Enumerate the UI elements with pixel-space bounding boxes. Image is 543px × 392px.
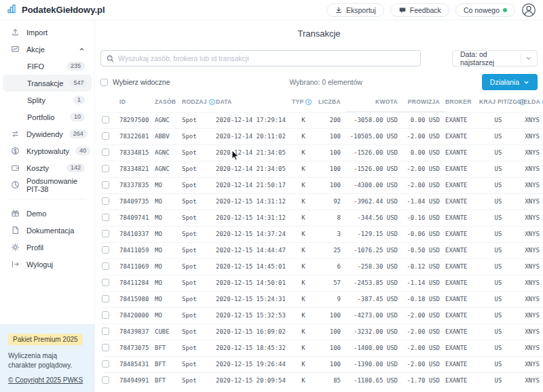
cell-id: 78415980 (119, 291, 155, 307)
cell-liczba: 3 (315, 226, 346, 242)
column-header-id[interactable]: ID (119, 93, 155, 112)
cell-typ: K (292, 210, 315, 226)
row-checkbox[interactable] (102, 181, 109, 189)
sidebar-item-import[interactable]: Import (3, 24, 92, 41)
cell-id: 78411284 (119, 275, 155, 291)
premium-badge: Pakiet Premium 2025 (8, 334, 83, 345)
column-header-liczba[interactable]: LICZBA (315, 93, 346, 112)
user-avatar[interactable] (521, 3, 536, 18)
row-checkbox-cell (102, 356, 119, 372)
table-header-row: IDZASÓBRODZAJiDATATYPiLICZBAKWOTAPROWIZJ… (102, 93, 543, 112)
row-checkbox[interactable] (102, 295, 109, 302)
sidebar-item-koszty[interactable]: Koszty142 (3, 159, 92, 176)
cell-broker: EXANTE (445, 193, 479, 210)
row-checkbox[interactable] (102, 376, 109, 384)
column-header-label: ID (119, 98, 126, 105)
row-checkbox[interactable] (102, 214, 109, 221)
cell-kraj-pit-zg: US (479, 340, 517, 356)
cell-id: 78473075 (119, 340, 155, 356)
cell-data: 2020-12-15 15:32:53 (216, 307, 292, 324)
info-icon[interactable]: i (305, 99, 312, 105)
copyright-link[interactable]: © Copyright 2025 PWKS (8, 376, 83, 384)
sidebar-item-akcje[interactable]: Akcje (3, 41, 92, 58)
row-checkbox[interactable] (102, 360, 109, 368)
cell-data: 2020-12-15 14:37:24 (216, 226, 292, 242)
feedback-button[interactable]: Feedback (390, 3, 449, 17)
sidebar-item-dokumentacja[interactable]: Dokumentacja (3, 222, 92, 239)
cell-liczba: 100 (315, 340, 346, 356)
cell-broker: EXANTE (445, 112, 479, 128)
cell-id: 78337835 (119, 177, 155, 193)
cell-liczba: 85 (315, 372, 346, 389)
row-checkbox[interactable] (102, 197, 109, 205)
row-checkbox[interactable] (102, 262, 109, 270)
column-header-label: RODZAJ (182, 98, 207, 105)
row-checkbox[interactable] (102, 230, 109, 237)
column-header-kwota[interactable]: KWOTA (346, 93, 403, 112)
sidebar-item-profil[interactable]: Profil (3, 239, 92, 256)
whats-new-button[interactable]: Co nowego (455, 3, 515, 17)
brand-logo[interactable]: PodatekGiełdowy.pl (7, 3, 105, 17)
cell-typ: K (292, 112, 315, 128)
cell-kwota: -3058.00 USD (346, 112, 403, 128)
sidebar-item-demo[interactable]: Demo (3, 205, 92, 222)
cell-kwota: -1180.65 USD (346, 372, 403, 389)
select-visible-label: Wybierz widoczne (113, 78, 170, 86)
column-header-zas-b[interactable]: ZASÓB (155, 93, 182, 112)
row-checkbox-cell (102, 128, 119, 144)
row-checkbox[interactable] (102, 132, 109, 140)
select-visible-checkbox[interactable] (100, 79, 108, 86)
sidebar-item-fifo[interactable]: FIFO235 (3, 58, 92, 75)
sidebar-item-wyloguj[interactable]: Wyloguj (3, 256, 92, 273)
cell-kraj-pit-zg: US (479, 372, 517, 389)
cell-zas-b: BFT (155, 340, 182, 356)
cell-typ: K (292, 340, 315, 356)
row-checkbox[interactable] (102, 328, 109, 335)
table-row: 78485431BFTSpot2020-12-15 19:26:44K100-1… (102, 356, 543, 372)
row-checkbox[interactable] (102, 165, 109, 172)
sidebar-item-dywidendy[interactable]: Dywidendy264 (3, 125, 92, 142)
cell-id: 78420000 (119, 307, 155, 324)
column-header-kraj-pit-zg[interactable]: KRAJ PIT/ZGi (479, 93, 517, 112)
column-header-prowizja[interactable]: PROWIZJA (403, 93, 445, 112)
info-icon[interactable]: i (209, 99, 215, 105)
sidebar-item-splity[interactable]: Splity1 (3, 92, 92, 109)
cell-gie-da: XNYS (517, 324, 543, 340)
sort-dropdown[interactable]: Data: od najstarszej (452, 50, 538, 66)
cell-rodzaj: Spot (182, 144, 216, 161)
sidebar-item-kryptowaluty[interactable]: Kryptowaluty40 (3, 142, 92, 159)
header-checkbox-cell (102, 93, 119, 112)
column-header-gie-da[interactable]: GIEŁDAi (517, 93, 543, 112)
sidebar-divider (8, 199, 86, 199)
row-checkbox[interactable] (102, 279, 109, 286)
cell-id: 78411069 (119, 258, 155, 275)
column-header-broker[interactable]: BROKER (445, 93, 479, 112)
table-body: 78297500AGNCSpot2020-12-14 17:29:14K200-… (102, 112, 543, 389)
sidebar-item-transakcje[interactable]: Transakcje547 (3, 75, 92, 92)
row-checkbox[interactable] (102, 311, 109, 319)
row-checkbox[interactable] (102, 344, 109, 351)
row-checkbox[interactable] (102, 116, 109, 123)
sidebar-item-podsumowanie-pit-38[interactable]: Podsumowanie PIT-38 (3, 176, 92, 193)
cell-typ: K (292, 372, 315, 389)
row-checkbox-cell (102, 193, 119, 210)
actions-button[interactable]: Działania (482, 74, 538, 90)
column-header-data[interactable]: DATA (216, 93, 292, 112)
cell-kraj-pit-zg: US (479, 144, 517, 161)
download-icon (335, 6, 343, 14)
cell-typ: K (292, 324, 315, 340)
row-checkbox[interactable] (102, 246, 109, 254)
cell-gie-da: XNYS (517, 307, 543, 324)
export-button[interactable]: Eksportuj (326, 3, 384, 17)
cell-data: 2020-12-15 14:45:01 (216, 258, 292, 275)
table-row: 78411069MOSpot2020-12-15 14:45:01K6-258.… (102, 258, 543, 275)
column-header-typ[interactable]: TYPi (292, 93, 315, 112)
search-input[interactable] (118, 54, 415, 62)
cell-liczba: 25 (315, 242, 346, 258)
column-header-label: TYP (292, 98, 303, 105)
table-row: 78337835MOSpot2020-12-14 21:50:17K100-43… (102, 177, 543, 193)
row-checkbox[interactable] (102, 149, 109, 156)
cell-typ: K (292, 275, 315, 291)
sidebar-item-portfolio[interactable]: Portfolio10 (3, 109, 92, 125)
column-header-rodzaj[interactable]: RODZAJi (182, 93, 216, 112)
